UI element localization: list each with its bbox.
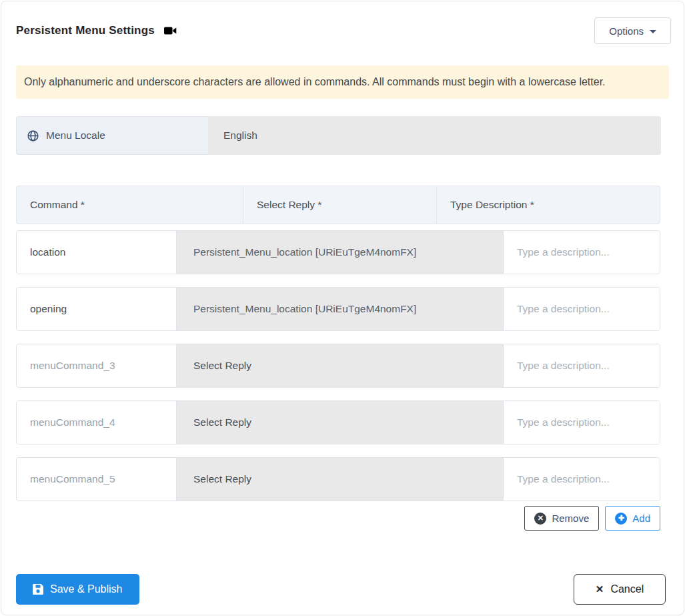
floppy-disk-icon [33,584,43,595]
add-button-label: Add [632,513,650,524]
menu-locale-label: Menu Locale [16,116,208,155]
description-input[interactable] [504,401,660,444]
save-button-label: Save & Publish [50,583,123,595]
globe-icon [27,130,39,141]
options-button-label: Options [609,25,644,37]
cancel-button[interactable]: ✕ Cancel [574,574,666,605]
header-type-description: Type Description * [437,186,660,224]
caret-down-icon [650,30,656,33]
panel-header: Persistent Menu Settings Options [1,17,684,44]
options-button[interactable]: Options [594,17,671,44]
circle-plus-icon: ✚ [615,513,627,525]
command-input[interactable] [17,344,177,387]
circle-x-icon: ✕ [534,513,546,525]
select-reply-value: Select Reply [193,360,251,372]
table-row: Persistent_Menu_location [URiEuTgeM4nomF… [16,230,660,274]
table-row: Persistent_Menu_location [URiEuTgeM4nomF… [16,287,660,331]
select-reply-dropdown[interactable]: Select Reply [177,401,504,444]
table-row: Select Reply [16,457,660,501]
panel-footer: Save & Publish ✕ Cancel [1,574,684,605]
select-reply-value: Select Reply [193,473,251,485]
menu-locale-label-text: Menu Locale [46,129,105,141]
menu-locale-value-text: English [223,129,257,141]
description-input[interactable] [504,288,660,330]
remove-button-label: Remove [552,513,589,524]
table-row: Select Reply [16,400,660,444]
description-input[interactable] [504,344,660,387]
video-camera-icon [164,25,177,36]
description-input[interactable] [504,231,660,274]
notice-text: Only alphanumeric and underscore charact… [24,76,606,88]
select-reply-dropdown[interactable]: Select Reply [177,458,504,501]
x-mark-icon: ✕ [596,583,604,595]
command-input[interactable] [17,401,177,444]
select-reply-value: Persistent_Menu_location [URiEuTgeM4nomF… [193,246,416,258]
page-title: Persistent Menu Settings [16,24,155,37]
select-reply-dropdown[interactable]: Select Reply [177,344,504,387]
header-select-reply: Select Reply * [243,186,437,224]
select-reply-value: Persistent_Menu_location [URiEuTgeM4nomF… [193,303,416,315]
command-input[interactable] [17,231,177,274]
remove-row-button[interactable]: ✕ Remove [524,506,599,531]
header-command: Command * [17,186,243,224]
add-row-button[interactable]: ✚ Add [605,506,660,531]
row-actions: ✕ Remove ✚ Add [16,506,660,531]
commands-table-header: Command * Select Reply * Type Descriptio… [16,186,660,224]
menu-locale-group: Menu Locale English [16,116,661,155]
save-publish-button[interactable]: Save & Publish [16,574,139,605]
command-input[interactable] [17,458,177,501]
menu-locale-value: English [208,116,661,155]
description-input[interactable] [504,458,660,501]
select-reply-dropdown[interactable]: Persistent_Menu_location [URiEuTgeM4nomF… [177,231,504,274]
persistent-menu-settings-panel: Persistent Menu Settings Options Only al… [1,1,684,615]
cancel-button-label: Cancel [610,583,644,595]
command-input[interactable] [17,288,177,330]
command-rules-notice: Only alphanumeric and underscore charact… [16,65,669,99]
select-reply-dropdown[interactable]: Persistent_Menu_location [URiEuTgeM4nomF… [177,288,504,330]
select-reply-value: Select Reply [193,416,251,428]
table-row: Select Reply [16,344,660,388]
